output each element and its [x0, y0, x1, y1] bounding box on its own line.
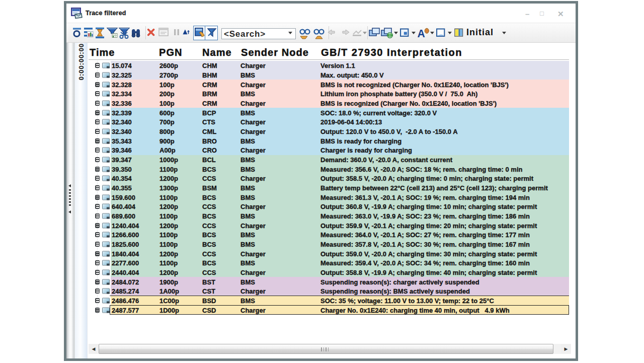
svg-text:A: A: [418, 28, 425, 39]
